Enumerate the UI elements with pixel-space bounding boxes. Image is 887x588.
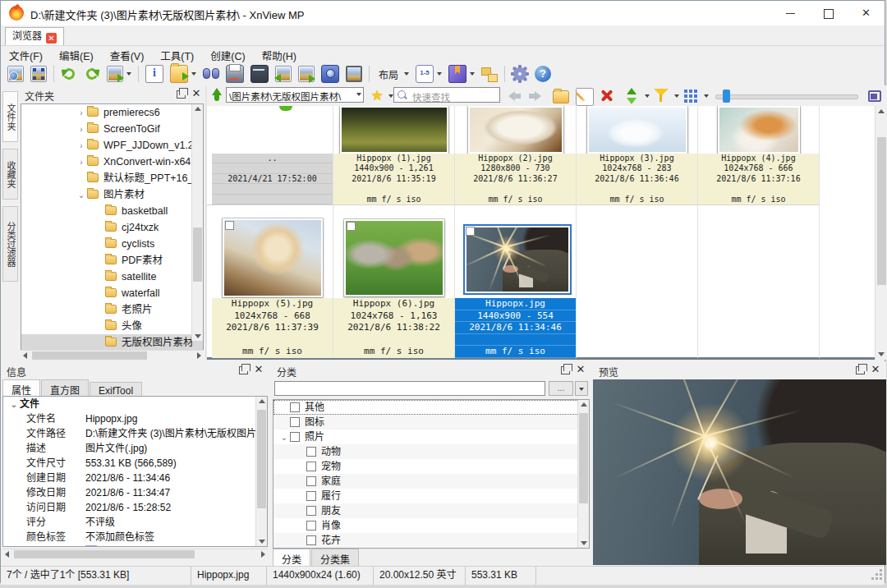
minimize-button[interactable]	[772, 1, 809, 25]
thumbnail-frame[interactable]	[344, 219, 444, 296]
sidebar-tab-3[interactable]: 分类过滤器	[2, 206, 18, 282]
thumbnail-cell[interactable]: Hippopx (3).jpg1024x768 - 2832021/8/6 11…	[577, 106, 698, 204]
thumbnail-size-slider[interactable]	[715, 94, 858, 99]
slideshow-button[interactable]	[343, 64, 365, 84]
chevron-down-icon[interactable]	[437, 72, 442, 76]
forward-icon[interactable]	[526, 88, 543, 104]
open-with-button[interactable]	[168, 63, 199, 85]
folder-tree-item[interactable]: 头像	[21, 318, 203, 334]
folder-tree-item[interactable]: ›WPF_JJDown_v1.229	[21, 137, 203, 154]
thumbnail-cell[interactable]: Hippopx (6).jpg1024x768 - 1,1632021/8/6 …	[333, 205, 455, 358]
undock-icon[interactable]	[239, 366, 248, 374]
category-checkbox[interactable]	[290, 417, 300, 427]
category-checkbox[interactable]	[306, 491, 316, 501]
folder-tree-item[interactable]: ›ScreenToGif	[21, 121, 203, 137]
category-item[interactable]: 花卉	[273, 533, 589, 548]
bookmark-button[interactable]	[446, 63, 477, 85]
category-item[interactable]: 动物	[273, 444, 589, 459]
category-checkbox[interactable]	[306, 476, 316, 486]
thumbnail-cell[interactable]: Hippopx (5).jpg1024x768 - 6682021/8/6 11…	[212, 205, 333, 358]
category-checkbox[interactable]	[306, 535, 316, 545]
resize-grip[interactable]	[872, 570, 882, 580]
chevron-down-icon[interactable]	[126, 72, 131, 76]
chevron-down-icon[interactable]	[356, 93, 361, 96]
category-checkbox[interactable]	[306, 521, 316, 531]
folder-tree-item[interactable]: 老照片	[21, 301, 203, 318]
fullscreen-button[interactable]	[28, 64, 49, 84]
address-combobox[interactable]: \图片素材\无版权图片素材\	[226, 87, 364, 103]
thumbnail-cell[interactable]: Hippopx (1).jpg1440x900 - 1,2612021/8/6 …	[333, 106, 455, 204]
thumbnail-checkbox[interactable]	[347, 222, 356, 231]
folder-tree-vscrollbar[interactable]	[191, 104, 203, 341]
undock-icon[interactable]	[177, 90, 186, 99]
folder-tree-item[interactable]: cyclists	[21, 236, 203, 252]
tab-browser[interactable]: 浏览器✕	[5, 27, 64, 45]
maximize-button[interactable]	[810, 1, 847, 25]
folder-tree-item[interactable]: satellite	[21, 269, 203, 285]
view-mode-dropdown-icon[interactable]	[704, 94, 709, 98]
scan-button[interactable]	[248, 63, 271, 85]
thumbnail-cell[interactable]: Hippopx (4).jpg1024x768 - 6662021/8/6 11…	[698, 106, 820, 204]
thumbnail-cell[interactable]: Hippopx (2).jpg1280x800 - 7302021/8/6 11…	[455, 106, 577, 204]
filter-icon[interactable]	[653, 88, 669, 104]
rotate-right-button[interactable]	[81, 64, 103, 84]
info-hscrollbar[interactable]	[2, 549, 268, 559]
category-item[interactable]: ⌄照片	[273, 430, 589, 444]
category-vscrollbar[interactable]	[577, 400, 589, 548]
chevron-down-icon[interactable]	[404, 72, 409, 76]
thumbnail-frame[interactable]	[587, 106, 687, 154]
category-dropdown-icon[interactable]	[575, 381, 588, 396]
close-icon[interactable]: ✕	[253, 363, 264, 375]
thumbnail-cell[interactable]: Hippopx.jpg1440x900 - 5542021/8/6 11:34:…	[455, 205, 577, 358]
tree-expander-icon[interactable]: ›	[76, 138, 87, 154]
filter-dropdown-icon[interactable]	[674, 94, 679, 98]
tree-expander-icon[interactable]: ›	[76, 154, 87, 171]
convert-button[interactable]	[104, 64, 134, 84]
tab-close-icon[interactable]: ✕	[46, 33, 57, 44]
category-item[interactable]: 履行	[273, 489, 589, 503]
settings-gear-button[interactable]	[509, 64, 531, 84]
chevron-down-icon[interactable]	[191, 72, 196, 76]
tree-expander-icon[interactable]: ⌄	[76, 187, 87, 204]
thumbnail-frame[interactable]	[463, 224, 572, 295]
sidebar-tab-2[interactable]: 收藏夹	[2, 149, 18, 200]
category-filter-input[interactable]	[274, 381, 545, 396]
tree-expander-icon[interactable]: ⌄	[278, 430, 290, 445]
category-item[interactable]: 图标	[273, 415, 589, 430]
batch-convert-button[interactable]	[273, 64, 294, 84]
folder-tree-item[interactable]: 默认标题_PPT+16_9_	[21, 170, 203, 186]
thumbnail-checkbox[interactable]	[225, 221, 234, 230]
updown-dropdown-icon[interactable]	[645, 94, 650, 98]
category-checkbox[interactable]	[306, 447, 316, 457]
thumbnail-frame[interactable]	[718, 106, 800, 154]
category-checkbox[interactable]	[306, 462, 316, 471]
category-item[interactable]: 其他	[273, 400, 589, 415]
thumbnail-frame[interactable]	[223, 218, 323, 297]
delete-icon[interactable]	[599, 88, 615, 104]
help-button[interactable]	[532, 64, 554, 84]
folder-tree-hscrollbar[interactable]	[21, 350, 204, 361]
search-input[interactable]: 快速查找	[393, 87, 500, 103]
folder-sync-button[interactable]	[479, 64, 500, 84]
tree-expander-icon[interactable]: ⌄	[8, 397, 20, 412]
folder-tree-item[interactable]: ›XnConvert-win-x64	[21, 154, 203, 170]
info-group-row[interactable]: ⌄文件	[3, 397, 267, 411]
sidebar-tab-1[interactable]: 文件夹	[2, 91, 18, 142]
view-mode-icon[interactable]	[682, 88, 699, 104]
chevron-down-icon[interactable]	[470, 72, 475, 76]
category-checkbox[interactable]	[290, 402, 300, 412]
folder-tree-item[interactable]: waterfall	[21, 285, 203, 301]
layout-button[interactable]: 布局	[374, 66, 411, 83]
folder-tree-item[interactable]: ⌄图片素材	[21, 186, 203, 203]
print-button[interactable]	[223, 63, 246, 85]
folder-tree-item[interactable]: PDF素材	[21, 252, 203, 269]
category-item[interactable]: 朋友	[273, 503, 589, 518]
category-item[interactable]: 肖像	[273, 518, 589, 533]
panel-layout-icon[interactable]	[868, 90, 881, 102]
folder-tree-item[interactable]: 无版权图片素材	[21, 334, 203, 351]
category-browse-button[interactable]: ...	[549, 381, 573, 396]
view-photo-button[interactable]	[5, 64, 26, 84]
favorites-star-icon[interactable]: ★	[369, 88, 385, 104]
tree-expander-icon[interactable]: ›	[76, 105, 87, 122]
category-item[interactable]: 宠物	[273, 459, 589, 474]
